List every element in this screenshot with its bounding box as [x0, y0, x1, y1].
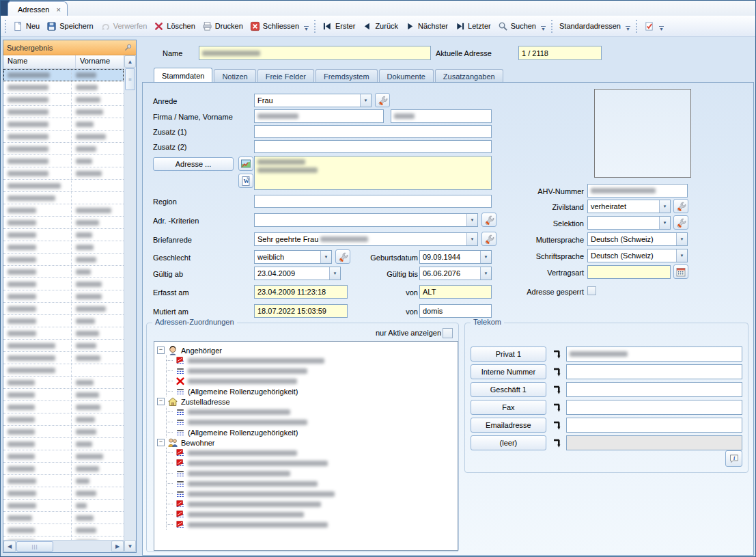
toolbar-gripper[interactable]	[314, 20, 316, 33]
search-result-row[interactable]	[3, 426, 124, 438]
zusatz1-field[interactable]	[254, 125, 492, 138]
nachname-field[interactable]	[254, 109, 384, 123]
vorname-field[interactable]	[391, 109, 492, 123]
schriftsprache-combo[interactable]: Deutsch (Schweiz)▼	[587, 249, 688, 262]
toolbar-button-erster[interactable]: Erster	[319, 19, 359, 33]
region-field[interactable]	[254, 195, 492, 208]
zusatz2-field[interactable]	[254, 140, 492, 153]
name-field[interactable]	[199, 46, 431, 60]
tree-item[interactable]	[167, 468, 458, 478]
search-result-row[interactable]	[3, 524, 124, 536]
search-result-row[interactable]	[3, 487, 124, 500]
search-result-row[interactable]	[3, 254, 124, 266]
toolbar-overflow-icon[interactable]: ▼	[659, 26, 664, 31]
search-result-row[interactable]	[3, 69, 124, 81]
tree-item[interactable]: (Allgemeine Rollenzugehörigkeit)	[167, 386, 458, 396]
selektion-wrench-button[interactable]	[673, 215, 688, 230]
search-result-row[interactable]	[3, 315, 124, 327]
vertical-scroll-thumb[interactable]: ≡	[125, 68, 135, 90]
search-result-row[interactable]	[3, 303, 124, 315]
column-header-vorname[interactable]: Vorname	[76, 55, 124, 68]
search-result-row[interactable]	[3, 413, 124, 426]
tree-item[interactable]	[167, 407, 458, 417]
zivilstand-combo[interactable]: verheiratet▼	[587, 200, 671, 213]
search-result-row[interactable]	[3, 266, 124, 278]
scroll-right-icon[interactable]: ▶	[111, 541, 124, 552]
tab-notizen[interactable]: Notizen	[214, 69, 255, 83]
toolbar-gripper[interactable]	[636, 20, 637, 33]
map-button[interactable]	[238, 157, 253, 171]
pin-icon[interactable]	[124, 43, 132, 52]
toolbar-button-item[interactable]	[641, 19, 658, 33]
tree-item[interactable]: (Allgemeine Rollenzugehörigkeit)	[167, 427, 458, 437]
telekom-button-geschäft-1[interactable]: Geschäft 1	[471, 382, 546, 397]
search-result-row[interactable]	[3, 475, 124, 487]
search-result-row[interactable]	[3, 278, 124, 290]
anrede-combo[interactable]: Frau▼	[254, 94, 372, 107]
selektion-combo[interactable]: ▼	[587, 216, 671, 230]
vertragsart-field[interactable]	[587, 265, 671, 279]
telekom-input-geschäft-1[interactable]	[566, 382, 742, 397]
kriterien-combo[interactable]: ▼	[254, 213, 478, 227]
search-result-row[interactable]	[3, 81, 124, 94]
toolbar-overflow-icon[interactable]: ▼	[626, 26, 630, 31]
search-result-row[interactable]	[3, 229, 124, 241]
geschlecht-combo[interactable]: weiblich▼	[254, 250, 332, 264]
search-result-row[interactable]	[3, 450, 124, 463]
search-result-row[interactable]	[3, 463, 124, 475]
search-result-row[interactable]	[3, 217, 124, 229]
search-result-row[interactable]	[3, 192, 124, 204]
telekom-input-fax[interactable]	[566, 400, 742, 415]
ahv-field[interactable]	[587, 184, 688, 198]
scroll-left-icon[interactable]: ◀	[3, 541, 16, 552]
tree-collapse-icon[interactable]: −	[157, 439, 165, 446]
toolbar-button-neu[interactable]: Neu	[10, 19, 43, 33]
search-result-row[interactable]	[3, 180, 124, 192]
horizontal-scroll-thumb[interactable]: |||	[16, 541, 53, 552]
tree-collapse-icon[interactable]: −	[157, 398, 165, 405]
tree-item[interactable]	[167, 499, 458, 509]
scroll-down-icon[interactable]: ▼	[124, 540, 136, 552]
tree-item[interactable]	[167, 366, 458, 376]
tab-fremdsystem[interactable]: Fremdsystem	[316, 69, 378, 83]
column-header-name[interactable]: Name	[3, 55, 76, 68]
briefanrede-combo[interactable]: Sehr geehrte Frau ▼	[254, 232, 478, 246]
zivilstand-wrench-button[interactable]	[673, 199, 688, 213]
search-result-row[interactable]	[3, 204, 124, 217]
horizontal-scrollbar[interactable]: ◀ ||| ▶	[3, 540, 124, 552]
search-result-row[interactable]	[3, 438, 124, 450]
nur-aktive-checkbox[interactable]	[443, 328, 453, 338]
gesperrt-checkbox[interactable]	[587, 286, 596, 295]
toolbar-button-standardadressen[interactable]: Standardadressen	[556, 20, 624, 32]
word-button[interactable]: W	[238, 174, 253, 188]
search-result-row[interactable]	[3, 500, 124, 512]
tab-dokumente[interactable]: Dokumente	[379, 69, 434, 83]
search-result-row[interactable]	[3, 106, 124, 118]
vertical-scrollbar[interactable]: ▲ ≡ ▼	[124, 55, 136, 552]
telekom-input-privat-1[interactable]	[566, 347, 742, 362]
telekom-input-emailadresse[interactable]	[566, 418, 742, 433]
search-result-row[interactable]	[3, 290, 124, 303]
muttersprache-combo[interactable]: Deutsch (Schweiz)▼	[587, 232, 688, 246]
gueltig-ab-combo[interactable]: 23.04.2009▼	[254, 267, 341, 280]
toolbar-gripper[interactable]	[5, 20, 6, 33]
search-result-row[interactable]	[3, 118, 124, 131]
toolbar-button-letzter[interactable]: Letzter	[451, 19, 494, 33]
search-result-row[interactable]	[3, 512, 124, 524]
tree-item[interactable]	[167, 478, 458, 489]
tab-adressen[interactable]: Adressen ×	[8, 1, 68, 16]
search-result-row[interactable]	[3, 377, 124, 389]
search-result-row[interactable]	[3, 401, 124, 413]
search-result-row[interactable]	[3, 327, 124, 340]
toolbar-button-nächster[interactable]: Nächster	[402, 19, 451, 33]
toolbar-button-speichern[interactable]: Speichern	[43, 19, 97, 33]
tree-item[interactable]	[167, 509, 458, 519]
tab-close-icon[interactable]: ×	[56, 5, 60, 14]
telekom-button-fax[interactable]: Fax	[471, 400, 546, 415]
search-result-row[interactable]	[3, 241, 124, 254]
toolbar-button-drucken[interactable]: Drucken	[199, 19, 247, 33]
search-result-row[interactable]	[3, 143, 124, 155]
telekom-button-interne-nummer[interactable]: Interne Nummer	[471, 364, 546, 379]
telekom-button-privat-1[interactable]: Privat 1	[471, 347, 546, 362]
search-result-row[interactable]	[3, 131, 124, 143]
